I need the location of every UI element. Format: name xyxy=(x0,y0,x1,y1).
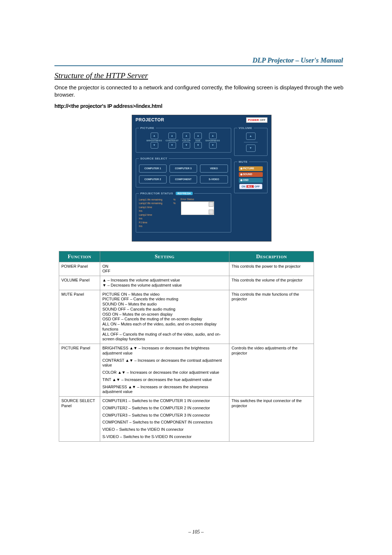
error-status-label: Error Status xyxy=(181,198,228,200)
brightness-label: BRIGHTNESS xyxy=(147,139,162,142)
cell-function: MUTE Panel xyxy=(59,290,100,344)
contrast-label: CONTRAST xyxy=(166,139,179,142)
intro-text: Once the projector is connected to a net… xyxy=(54,84,348,99)
color-label: COLOR xyxy=(182,139,191,142)
volume-fieldset: VOLUME ▲ ▼ xyxy=(234,126,268,156)
hue-label: HUE xyxy=(196,139,201,142)
cell-description: This controls the power to the projector xyxy=(229,262,314,276)
cell-setting: ▲ – Increases the volume adjustment valu… xyxy=(100,276,229,290)
picture-control-color: ▲COLOR▼ xyxy=(182,133,191,149)
brightness-down-button[interactable]: ▼ xyxy=(151,142,158,149)
url-line: http://<the projector's IP address>/inde… xyxy=(54,103,348,109)
manual-page: DLP Projector – User's Manual Structure … xyxy=(0,0,392,555)
mute-picture-button[interactable]: ◉ PICTURE xyxy=(239,166,263,171)
cell-description: This controls the mute functions of the … xyxy=(229,290,314,344)
page-number: – 105 – xyxy=(0,529,392,535)
source-computer-3-button[interactable]: COMPUTER 3 xyxy=(170,165,197,173)
sharpness-up-button[interactable]: ▲ xyxy=(209,133,217,139)
cell-setting: COMPUTER1 – Switches to the COMPUTER 1 I… xyxy=(100,397,229,442)
status-row: Lamp1 life remaining% xyxy=(139,198,176,202)
color-down-button[interactable]: ▼ xyxy=(183,142,190,149)
error-status-box[interactable] xyxy=(181,201,214,215)
volume-up-button[interactable]: ▲ xyxy=(246,133,256,140)
power-label: POWER xyxy=(248,118,259,122)
source-component-button[interactable]: COMPONENT xyxy=(170,175,197,183)
mute-sound-button[interactable]: ◉ SOUND xyxy=(239,172,263,177)
cell-description: This controls the volume of the projecto… xyxy=(229,276,314,290)
source-s-video-button[interactable]: S-VIDEO xyxy=(200,175,228,183)
table-row: VOLUME Panel▲ – Increases the volume adj… xyxy=(59,276,314,290)
mute-all-toggle[interactable]: ONALLOFF xyxy=(239,184,262,189)
color-up-button[interactable]: ▲ xyxy=(183,133,190,139)
th-description: Description xyxy=(229,251,314,262)
volume-down-button[interactable]: ▼ xyxy=(246,145,256,152)
source-computer-1-button[interactable]: COMPUTER 1 xyxy=(139,165,167,173)
power-off-label: OFF xyxy=(260,118,266,122)
status-row: PJ timehrs xyxy=(139,221,176,228)
document-header-title: DLP Projector – User's Manual xyxy=(253,56,343,64)
table-row: POWER PanelONOFFThis controls the power … xyxy=(59,262,314,276)
picture-control-hue: ▲HUE▼ xyxy=(194,133,202,149)
section-title: Structure of the HTTP Server xyxy=(54,71,348,80)
mute-legend: MUTE xyxy=(237,160,249,163)
cell-setting: PICTURE ON – Mutes the videoPICTURE OFF … xyxy=(100,290,229,344)
picture-control-contrast: ▲CONTRAST▼ xyxy=(166,133,179,149)
source-computer-2-button[interactable]: COMPUTER 2 xyxy=(139,175,167,183)
contrast-down-button[interactable]: ▼ xyxy=(168,142,176,149)
projector-status-fieldset: PROJECTOR STATUS REFRESH Lamp1 life rema… xyxy=(136,192,231,232)
hue-up-button[interactable]: ▲ xyxy=(194,133,202,139)
picture-control-sharpness: ▲SHARPNESS▼ xyxy=(205,133,220,149)
sharpness-down-button[interactable]: ▼ xyxy=(209,142,217,149)
cell-description: This switches the input connector of the… xyxy=(229,397,314,442)
status-row: Lamp1 timehrs xyxy=(139,206,176,213)
th-function: Function xyxy=(59,251,100,262)
cell-function: SOURCE SELECT Panel xyxy=(59,397,100,442)
projector-title: PROJECTOR xyxy=(136,117,164,122)
power-button[interactable]: POWER OFF xyxy=(246,117,267,123)
cell-function: VOLUME Panel xyxy=(59,276,100,290)
table-row: MUTE PanelPICTURE ON – Mutes the videoPI… xyxy=(59,290,314,344)
cell-setting: BRIGHTNESS ▲▼ – Increases or decreases t… xyxy=(100,344,229,397)
picture-fieldset: PICTURE ▲BRIGHTNESS▼▲CONTRAST▼▲COLOR▼▲HU… xyxy=(136,126,231,153)
source-video-button[interactable]: VIDEO xyxy=(200,165,228,173)
mute-fieldset: MUTE ◉ PICTURE◉ SOUND◉ OSDONALLOFF xyxy=(234,160,268,193)
hue-down-button[interactable]: ▼ xyxy=(194,142,202,149)
projector-web-panel: PROJECTOR POWER OFF PICTURE ▲BRIGHTNESS▼… xyxy=(132,115,271,242)
source-select-legend: SOURCE SELECT xyxy=(139,157,169,160)
refresh-button[interactable]: REFRESH xyxy=(176,192,193,195)
picture-control-brightness: ▲BRIGHTNESS▼ xyxy=(147,133,162,149)
cell-description: Controls the video adjustments of the pr… xyxy=(229,344,314,397)
mute-osd-button[interactable]: ◉ OSD xyxy=(239,178,263,183)
cell-setting: ONOFF xyxy=(100,262,229,276)
status-row: Lamp2 timehrs xyxy=(139,213,176,221)
table-row: PICTURE PanelBRIGHTNESS ▲▼ – Increases o… xyxy=(59,344,314,397)
projector-status-legend: PROJECTOR STATUS REFRESH xyxy=(139,192,194,195)
brightness-up-button[interactable]: ▲ xyxy=(151,133,158,139)
sharpness-label: SHARPNESS xyxy=(205,139,220,142)
source-select-fieldset: SOURCE SELECT COMPUTER 1COMPUTER 3VIDEOC… xyxy=(136,157,231,187)
cell-function: POWER Panel xyxy=(59,262,100,276)
th-setting: Setting xyxy=(100,251,229,262)
volume-legend: VOLUME xyxy=(237,126,254,130)
picture-legend: PICTURE xyxy=(139,126,156,130)
function-table: Function Setting Description POWER Panel… xyxy=(59,251,314,442)
status-row: Lamp2 life remaining% xyxy=(139,202,176,206)
table-row: SOURCE SELECT PanelCOMPUTER1 – Switches … xyxy=(59,397,314,442)
contrast-up-button[interactable]: ▲ xyxy=(168,133,176,139)
cell-function: PICTURE Panel xyxy=(59,344,100,397)
header-rule xyxy=(54,65,343,66)
